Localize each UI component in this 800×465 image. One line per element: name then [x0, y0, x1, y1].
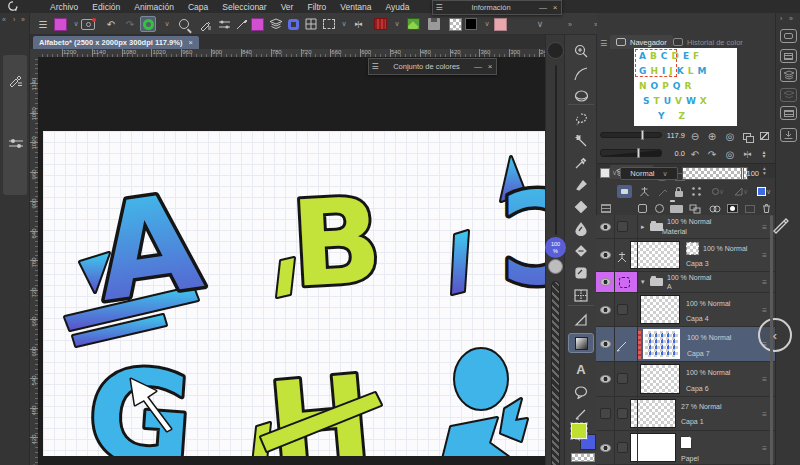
layer-thumbnail[interactable]: [640, 364, 680, 394]
conjunto-de-colores-window[interactable]: ☰ Conjunto de colores — ×: [368, 58, 497, 75]
menu-item-7[interactable]: Ventana: [340, 2, 371, 12]
conjunto-minimize-button[interactable]: —: [472, 62, 484, 71]
zoom-out-button[interactable]: ⊖: [688, 130, 702, 142]
brush-icon[interactable]: [233, 16, 249, 32]
menu-item-4[interactable]: Seleccionar: [222, 2, 266, 12]
zoom-in-button[interactable]: ⊕: [705, 130, 719, 142]
informacion-close-button[interactable]: ×: [549, 3, 561, 12]
navigator-preview[interactable]: ABCDEF GHIJKLM NOPQR STUVWX YZ: [634, 48, 737, 126]
menu-item-6[interactable]: Filtro: [307, 2, 326, 12]
layer-search-icon[interactable]: ∨: [707, 185, 729, 198]
frame-border-tool-icon[interactable]: [568, 285, 594, 305]
layer-row-capa7-selected[interactable]: 100 % Normal Capa 7 ≡: [596, 327, 775, 362]
sidebar-collapse-icon[interactable]: «: [2, 16, 6, 23]
fill-tool-icon[interactable]: [568, 263, 594, 283]
rotate-cw-button[interactable]: ↷: [705, 148, 719, 160]
transfer-layer-icon[interactable]: [687, 202, 702, 215]
ruler-tool-icon[interactable]: [568, 309, 594, 329]
informacion-menu-icon[interactable]: ☰: [433, 3, 445, 12]
delete-layer-icon[interactable]: [759, 202, 774, 215]
sidebar-arrow-icon[interactable]: ›: [13, 16, 15, 23]
layer-thumbnail[interactable]: [640, 295, 680, 324]
layer-thumbnail[interactable]: [643, 329, 680, 359]
text-tool-icon[interactable]: A: [568, 359, 594, 379]
nav-rotation-slider[interactable]: [600, 149, 662, 157]
save-icon[interactable]: [426, 16, 442, 32]
main-color-swatch[interactable]: [571, 423, 587, 439]
modifier-keys-icon[interactable]: [8, 137, 24, 150]
correction-tool-icon[interactable]: [568, 404, 594, 424]
commandbar-menu-icon[interactable]: ☰: [35, 16, 51, 32]
flip-view-icon[interactable]: ▸|◂: [350, 16, 366, 32]
menu-item-5[interactable]: Ver: [281, 2, 294, 12]
eraser-tool-icon[interactable]: [568, 197, 594, 217]
zoom-slider-handle[interactable]: [548, 259, 563, 274]
layer-row-capa4[interactable]: 100 % Normal Capa 4 ≡: [596, 293, 775, 327]
tool-property-icon[interactable]: [216, 16, 232, 32]
visibility-eye-icon[interactable]: [600, 306, 611, 314]
canvas-paper[interactable]: A B C G H: [43, 131, 545, 456]
collapse-panel-button[interactable]: ‹: [758, 318, 792, 352]
commandbar-more-chevron-icon[interactable]: ∨: [532, 16, 548, 32]
conjunto-menu-icon[interactable]: ☰: [369, 62, 381, 71]
layer-row-material[interactable]: ▸ 100 % Normal Material ≡: [596, 215, 775, 239]
perspective-ruler-badge-icon[interactable]: [616, 249, 628, 267]
dock-layers-icon[interactable]: [780, 68, 797, 82]
grid-icon[interactable]: [303, 16, 319, 32]
selection-source-icon[interactable]: [619, 277, 630, 288]
black-color-icon[interactable]: [463, 16, 479, 32]
menu-item-2[interactable]: Animación: [134, 2, 174, 12]
layer-handle-icon[interactable]: ≡: [762, 305, 767, 314]
informacion-window[interactable]: ☰ Información — ×: [432, 0, 562, 15]
visibility-eye-icon[interactable]: [600, 340, 611, 348]
visibility-eye-icon[interactable]: [600, 251, 611, 259]
dock-navigator-icon[interactable]: [780, 29, 797, 43]
navigator-view-rect[interactable]: [635, 49, 677, 77]
layers-stack-icon[interactable]: [268, 16, 284, 32]
ruler-range-icon[interactable]: ∨: [730, 185, 752, 198]
zoom-slider-track[interactable]: [555, 65, 557, 235]
zoom-top-knob[interactable]: [547, 42, 564, 59]
layer-row-folder-a[interactable]: ▾ 100 % Normal A ≡: [596, 272, 775, 293]
screenshot-icon[interactable]: [80, 16, 96, 32]
sidebar-expand-icon[interactable]: »: [21, 16, 25, 23]
palette-color-icon[interactable]: ∨: [600, 168, 617, 178]
layer-flag-checkbox[interactable]: [617, 221, 628, 232]
layer-row-papel[interactable]: Papel ≡: [596, 431, 775, 465]
menu-item-3[interactable]: Capa: [188, 2, 208, 12]
selection-area-icon[interactable]: [321, 16, 337, 32]
timeline-icon[interactable]: [372, 16, 388, 32]
visibility-eye-icon[interactable]: [600, 223, 611, 231]
layer-handle-icon[interactable]: ≡: [762, 278, 767, 287]
nav-zoom-slider[interactable]: [600, 132, 662, 138]
link-layers-icon[interactable]: [689, 185, 704, 198]
operation-tool-icon[interactable]: [568, 41, 594, 61]
visibility-checkbox-off[interactable]: [600, 408, 611, 419]
new-layer-icon[interactable]: [635, 202, 650, 215]
blend-tool-icon[interactable]: [568, 241, 594, 261]
lasso-tool-icon[interactable]: [568, 109, 594, 129]
lock-border-icon[interactable]: [617, 185, 632, 198]
layer-mask-icon[interactable]: [725, 202, 740, 215]
dock-material-icon[interactable]: [780, 49, 797, 63]
transparent-color-swatch[interactable]: [571, 453, 595, 462]
dock-arrows-icon[interactable]: »: [789, 15, 793, 22]
image-material-icon[interactable]: [405, 16, 421, 32]
blend-mode-select[interactable]: Normal ∨: [620, 167, 678, 180]
informacion-minimize-button[interactable]: —: [537, 3, 549, 12]
lock-pen-icon[interactable]: [655, 185, 670, 198]
app-logo-icon[interactable]: [7, 1, 19, 12]
frame-tool-icon[interactable]: [285, 16, 301, 32]
balloon-tool-icon[interactable]: [568, 382, 594, 402]
layer-row-capa3[interactable]: 100 % Normal Capa 3 ≡: [596, 239, 775, 272]
commandbar-overflow-icon[interactable]: »: [562, 16, 578, 32]
nav-rotation-slider-handle[interactable]: [637, 148, 640, 158]
combine-layer-icon[interactable]: [707, 202, 722, 215]
dock-arrow-icon[interactable]: ›: [780, 15, 782, 22]
dock-layer-search-icon[interactable]: [780, 88, 797, 102]
layer-flag-checkbox[interactable]: [617, 408, 628, 419]
edit-in-panel-icon[interactable]: [770, 215, 790, 239]
eyedropper-tool-icon[interactable]: [568, 153, 594, 173]
draw-on-layer-icon[interactable]: [616, 338, 628, 356]
new-vector-layer-icon[interactable]: [652, 202, 667, 215]
